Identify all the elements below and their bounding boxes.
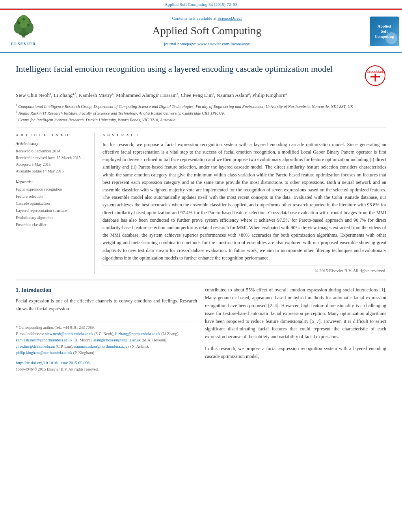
keywords-section: Keywords: Facial expression recognition … xyxy=(16,179,88,228)
main-content: Intelligent facial emotion recognition u… xyxy=(0,53,402,379)
elsevier-tree-icon xyxy=(10,15,37,39)
journal-reference-bar: Applied Soft Computing 34 (2015) 72–93 xyxy=(0,0,402,9)
keyword-facial-expression: Facial expression recognition xyxy=(16,186,88,193)
contents-link[interactable]: Contents lists available at ScienceDirec… xyxy=(172,15,242,21)
keyword-feature-selection: Feature selection xyxy=(16,193,88,200)
corresponding-author-note: * Corresponding author. Tel.: +44 0191 2… xyxy=(16,324,197,331)
email-zhang[interactable]: li.zhang@northumbria.ac.uk xyxy=(115,332,160,336)
sciencedirect-link[interactable]: ScienceDirect xyxy=(218,16,242,20)
history-label: Article history: xyxy=(16,141,88,146)
svg-text:CrossMark: CrossMark xyxy=(367,70,384,74)
doi-area: http://dx.doi.org/10.1016/j.asoc.2015.05… xyxy=(16,360,197,367)
keyword-ensemble: Ensemble classifier xyxy=(16,221,88,228)
introduction-section: 1. Introduction Facial expression is one… xyxy=(16,286,386,373)
svg-point-7 xyxy=(22,19,25,21)
email-footnote: E-mail addresses: siew.neoh@northumbria.… xyxy=(16,331,197,356)
svg-point-5 xyxy=(17,22,20,24)
journal-ref-text: Applied Soft Computing 34 (2015) 72–93 xyxy=(165,2,238,7)
received-date: Received 6 September 2014 xyxy=(16,148,88,154)
journal-logo-box: Applied Soft Computing xyxy=(370,17,399,46)
copyright-line: © 2015 Elsevier B.V. All rights reserved… xyxy=(102,265,386,274)
intro-section-title: 1. Introduction xyxy=(16,286,197,294)
affiliations: a Computational Intelligence Research Gr… xyxy=(16,103,386,128)
article-header: Intelligent facial emotion recognition u… xyxy=(16,63,386,87)
email-aslam[interactable]: nauman.aslam@northumbria.ac.uk xyxy=(74,344,129,348)
section-divider xyxy=(16,280,386,280)
svg-point-4 xyxy=(19,15,29,28)
intro-right-text-1: contributed to about 55% effect of overa… xyxy=(205,286,386,341)
info-abstract-section: A R T I C L E I N F O Article history: R… xyxy=(16,133,386,274)
email-kingham[interactable]: philip.kingham@northumbria.ac.uk xyxy=(16,350,72,355)
article-info-header: A R T I C L E I N F O xyxy=(16,133,88,139)
authors-line: Siew Chin Neoha, Li Zhanga,*, Kamlesh Mi… xyxy=(16,91,386,100)
elsevier-brand-text: ELSEVIER xyxy=(11,41,36,47)
journal-logo-right: Applied Soft Computing xyxy=(367,13,402,49)
abstract-text: In this research, we propose a facial ex… xyxy=(102,141,386,262)
article-info-column: A R T I C L E I N F O Article history: R… xyxy=(16,133,95,274)
issn-text: 1568-4946/© 2015 Elsevier B.V. All right… xyxy=(16,366,197,373)
received-revised-date: Received in revised form 15 March 2015 xyxy=(16,154,88,161)
svg-point-6 xyxy=(27,24,30,26)
crossmark-logo[interactable]: CrossMark xyxy=(365,65,386,87)
keyword-evolutionary: Evolutionary algorithm xyxy=(16,214,88,221)
available-date: Available online 14 May 2015 xyxy=(16,168,88,174)
homepage-url[interactable]: www.elsevier.com/locate/asoc xyxy=(197,41,250,46)
keyword-cascade: Cascade optimization xyxy=(16,200,88,207)
footnote-area: * Corresponding author. Tel.: +44 0191 2… xyxy=(16,321,197,373)
article-history: Article history: Received 6 September 20… xyxy=(16,141,88,174)
keywords-label: Keywords: xyxy=(16,179,88,185)
affiliation-c: c Centre for Intelligent Systems Researc… xyxy=(16,116,386,123)
email-lim[interactable]: chee.lim@deakin.edu.au xyxy=(16,344,55,348)
email-hossain[interactable]: alamgir.hossain@anglia.ac.uk xyxy=(93,338,141,342)
logo-text: Applied Soft Computing xyxy=(375,24,394,39)
intro-right-column: contributed to about 55% effect of overa… xyxy=(205,286,386,373)
doi-link[interactable]: http://dx.doi.org/10.1016/j.asoc.2015.05… xyxy=(16,361,89,365)
journal-title: Applied Soft Computing xyxy=(153,23,262,38)
article-title: Intelligent facial emotion recognition u… xyxy=(16,63,333,75)
keyword-layered: Layered representation structure xyxy=(16,207,88,214)
intro-left-text: Facial expression is one of the effectiv… xyxy=(16,297,197,313)
affiliation-b: b Anglia Ruskin IT Research Institute, F… xyxy=(16,109,386,116)
accepted-date: Accepted 5 May 2015 xyxy=(16,161,88,168)
affiliation-a: a Computational Intelligence Research Gr… xyxy=(16,103,386,109)
email-neoh[interactable]: siew.neoh@northumbria.ac.uk xyxy=(45,332,93,336)
journal-center-info: Contents lists available at ScienceDirec… xyxy=(47,13,367,49)
email-mistry[interactable]: kamlesh.mistry@northumbria.ac.uk xyxy=(16,338,73,342)
intro-right-text-2: In this research, we propose a facial ex… xyxy=(205,345,386,361)
intro-left-column: 1. Introduction Facial expression is one… xyxy=(16,286,197,373)
journal-header: ELSEVIER Contents lists available at Sci… xyxy=(0,10,402,53)
homepage-link[interactable]: journal homepage: www.elsevier.com/locat… xyxy=(164,41,250,47)
abstract-header: A B S T R A C T xyxy=(102,133,386,139)
abstract-column: A B S T R A C T In this research, we pro… xyxy=(102,133,386,274)
elsevier-logo: ELSEVIER xyxy=(0,13,47,49)
